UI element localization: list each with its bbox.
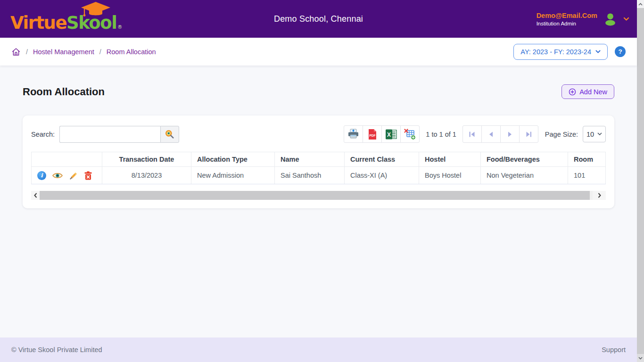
pager-group: [462, 125, 538, 143]
horizontal-scrollbar-thumb[interactable]: [40, 191, 590, 200]
page-size-value: 10: [586, 131, 594, 138]
chevron-up-icon: [638, 3, 643, 6]
row-actions: i: [37, 167, 96, 184]
search-input[interactable]: [59, 126, 160, 143]
column-room: Room: [568, 152, 606, 167]
breadcrumb-bar: / Hostel Management / Room Allocation AY…: [0, 38, 637, 66]
breadcrumb: / Hostel Management / Room Allocation: [11, 47, 156, 57]
column-name: Name: [275, 152, 345, 167]
table-header-row: Transaction Date Allocation Type Name Cu…: [32, 152, 606, 167]
user-icon: [603, 12, 618, 26]
excel-export-button[interactable]: X: [381, 125, 401, 143]
pdf-icon: PDF: [367, 129, 378, 140]
info-icon[interactable]: i: [37, 171, 46, 180]
export-button-group: PDF X: [344, 125, 420, 143]
page-size-select[interactable]: 10: [583, 126, 606, 142]
export-selected-button[interactable]: [400, 125, 420, 143]
add-new-button[interactable]: Add New: [561, 84, 614, 99]
app: VirtueSkool® Demo School, Chennai Demo@E…: [0, 0, 637, 362]
search-icon: [165, 129, 174, 139]
school-name: Demo School, Chennai: [274, 14, 363, 24]
app-footer: © Virtue Skool Private Limited Support: [0, 337, 637, 362]
add-new-label: Add New: [579, 88, 607, 96]
search-button[interactable]: [160, 126, 179, 143]
print-button[interactable]: [344, 125, 363, 143]
first-page-icon: [469, 131, 475, 138]
cell-current-class: Class-XI (A): [345, 167, 419, 184]
chevron-down-icon: [623, 17, 629, 21]
account-text: Demo@Email.Com Institution Admin: [537, 12, 597, 26]
column-actions: [32, 152, 102, 167]
help-icon[interactable]: ?: [615, 46, 626, 57]
edit-button[interactable]: [69, 171, 78, 180]
chevron-down-icon: [595, 50, 601, 54]
support-link[interactable]: Support: [602, 346, 626, 354]
svg-text:X: X: [387, 131, 391, 138]
copyright: © Virtue Skool Private Limited: [11, 346, 102, 354]
home-icon[interactable]: [11, 47, 21, 57]
column-food-beverages: Food/Beverages: [481, 152, 568, 167]
vertical-scrollbar[interactable]: [637, 0, 644, 362]
view-button[interactable]: [52, 172, 63, 179]
breadcrumb-separator: /: [99, 48, 101, 56]
room-allocation-card: Search:: [23, 115, 614, 208]
scroll-right-button[interactable]: [593, 191, 606, 200]
logo-text: VirtueSkool®: [10, 13, 122, 33]
account-role: Institution Admin: [537, 21, 597, 26]
cell-hostel: Boys Hostel: [419, 167, 481, 184]
app-header: VirtueSkool® Demo School, Chennai Demo@E…: [0, 0, 637, 38]
academic-year-label: AY: 2023 - FY: 2023-24: [520, 48, 591, 56]
main-content: Room Allocation Add New Search:: [0, 66, 637, 337]
breadcrumb-separator: /: [26, 48, 28, 56]
chevron-down-icon: [597, 132, 602, 136]
next-page-button[interactable]: [500, 125, 520, 143]
scroll-left-button[interactable]: [31, 191, 40, 200]
last-page-icon: [525, 131, 532, 138]
scroll-up-button[interactable]: [637, 0, 644, 8]
scroll-down-button[interactable]: [637, 354, 644, 362]
account-email: Demo@Email.Com: [537, 12, 597, 19]
room-allocation-table: Transaction Date Allocation Type Name Cu…: [31, 152, 606, 184]
account-menu[interactable]: Demo@Email.Com Institution Admin: [537, 12, 629, 26]
cell-room: 101: [568, 167, 606, 184]
table-add-icon: [404, 129, 416, 140]
previous-page-icon: [487, 131, 494, 138]
horizontal-scrollbar: [31, 191, 606, 200]
column-transaction-date: Transaction Date: [102, 152, 191, 167]
cell-allocation-type: New Admission: [191, 167, 275, 184]
table-row: i: [32, 167, 606, 184]
breadcrumb-item-room-allocation[interactable]: Room Allocation: [107, 48, 156, 56]
logo[interactable]: VirtueSkool®: [10, 1, 135, 37]
page-size-label: Page Size:: [545, 131, 578, 138]
chevron-down-icon: [638, 357, 643, 360]
next-page-icon: [506, 131, 513, 138]
first-page-button[interactable]: [462, 125, 482, 143]
academic-year-selector[interactable]: AY: 2023 - FY: 2023-24: [513, 44, 608, 60]
breadcrumb-item-hostel-management[interactable]: Hostel Management: [33, 48, 94, 56]
column-current-class: Current Class: [345, 152, 419, 167]
registered-mark: ®: [117, 25, 122, 30]
last-page-button[interactable]: [519, 125, 538, 143]
chevron-left-icon: [34, 193, 37, 198]
cell-food-beverages: Non Vegeterian: [481, 167, 568, 184]
previous-page-button[interactable]: [481, 125, 501, 143]
trash-icon: [84, 171, 92, 180]
column-hostel: Hostel: [419, 152, 481, 167]
pdf-export-button[interactable]: PDF: [363, 125, 382, 143]
cell-name: Sai Santhosh: [275, 167, 345, 184]
search-label: Search:: [31, 131, 55, 138]
svg-text:PDF: PDF: [369, 133, 375, 137]
plus-circle-icon: [569, 88, 576, 96]
chevron-right-icon: [598, 193, 601, 198]
delete-button[interactable]: [84, 171, 92, 180]
column-allocation-type: Allocation Type: [191, 152, 275, 167]
breadcrumb-right: AY: 2023 - FY: 2023-24 ?: [513, 44, 626, 60]
eye-icon: [52, 172, 63, 179]
page-title: Room Allocation: [23, 86, 105, 98]
pencil-icon: [69, 171, 78, 180]
excel-icon: X: [385, 129, 397, 140]
cell-transaction-date: 8/13/2023: [102, 167, 191, 184]
record-range: 1 to 1 of 1: [426, 131, 456, 138]
printer-icon: [347, 129, 359, 140]
